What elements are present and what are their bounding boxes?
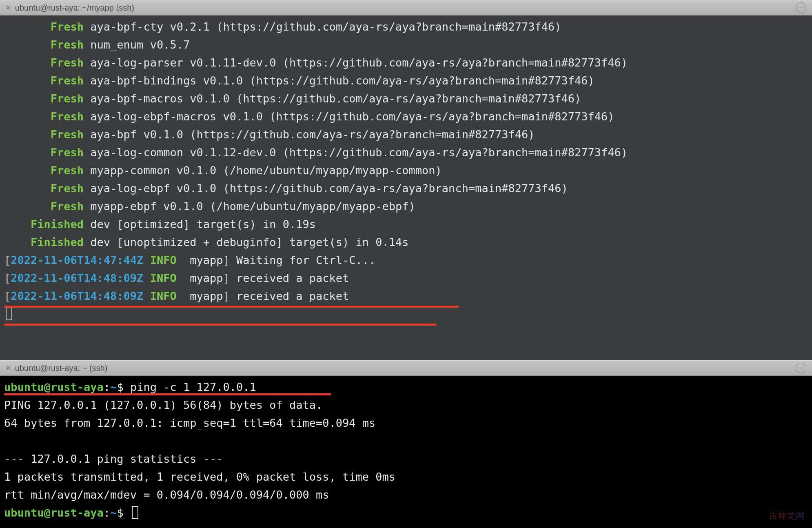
titlebar-top: × ubuntu@rust-aya: ~/myapp (ssh) ⋯ — [0, 0, 812, 16]
prompt-symbol: $ — [117, 381, 130, 393]
cargo-status-text: aya-bpf v0.1.0 (https://github.com/aya-r… — [84, 128, 535, 141]
prompt-symbol: $ — [117, 506, 130, 519]
cargo-status-text: myapp-ebpf v0.1.0 (/home/ubuntu/myapp/my… — [84, 200, 415, 213]
annotation-underline-2 — [4, 324, 437, 326]
cargo-line: Fresh myapp-common v0.1.0 (/home/ubuntu/… — [4, 162, 808, 180]
cargo-status-text: aya-bpf-cty v0.2.1 (https://github.com/a… — [84, 20, 561, 33]
log-module: myapp — [190, 272, 223, 284]
annotation-underline-1 — [4, 306, 459, 308]
cargo-status-keyword: Fresh — [51, 56, 84, 69]
log-message: Waiting for Ctrl-C... — [236, 254, 375, 266]
cargo-status-keyword: Fresh — [51, 74, 84, 87]
log-level: INFO — [150, 272, 177, 284]
prompt-cwd: ~ — [110, 506, 117, 519]
cargo-status-text: dev [unoptimized + debuginfo] target(s) … — [84, 236, 409, 248]
cargo-status-keyword: Fresh — [51, 38, 84, 51]
cursor — [6, 307, 12, 320]
output-line: 1 packets transmitted, 1 received, 0% pa… — [4, 468, 808, 486]
close-icon[interactable]: × — [6, 3, 11, 12]
cargo-status-text: dev [optimized] target(s) in 0.19s — [84, 218, 316, 231]
terminal-pane-bottom: × ubuntu@rust-aya: ~ (ssh) ⋯ ubuntu@rust… — [0, 360, 812, 528]
log-line: [2022-11-06T14:48:09Z INFO myapp] receiv… — [4, 269, 808, 287]
cargo-line: Fresh aya-bpf-cty v0.2.1 (https://github… — [4, 18, 808, 36]
command-text: ping -c 1 127.0.0.1 — [130, 381, 256, 393]
log-line: [2022-11-06T14:48:09Z INFO myapp] receiv… — [4, 287, 808, 305]
cargo-status-text: aya-log-parser v0.1.11-dev.0 (https://gi… — [84, 56, 628, 69]
annotation-underline-3 — [4, 393, 331, 395]
cargo-status-keyword: Fresh — [51, 128, 84, 141]
cargo-line: Fresh aya-log-ebpf v0.1.0 (https://githu… — [4, 180, 808, 197]
prompt-cwd: ~ — [110, 381, 117, 393]
cargo-status-keyword: Finished — [31, 218, 84, 231]
cargo-line: Fresh aya-log-parser v0.1.11-dev.0 (http… — [4, 54, 808, 72]
cargo-status-text: aya-log-common v0.1.12-dev.0 (https://gi… — [84, 146, 628, 159]
cargo-line: Fresh aya-log-ebpf-macros v0.1.0 (https:… — [4, 108, 808, 126]
cargo-line: Fresh num_enum v0.5.7 — [4, 36, 808, 54]
output-line: --- 127.0.0.1 ping statistics --- — [4, 450, 808, 468]
cargo-line: Fresh myapp-ebpf v0.1.0 (/home/ubuntu/my… — [4, 197, 808, 215]
cargo-status-text: aya-log-ebpf v0.1.0 (https://github.com/… — [84, 182, 568, 195]
cursor — [132, 506, 138, 519]
cargo-line: Fresh aya-log-common v0.1.12-dev.0 (http… — [4, 144, 808, 162]
cargo-line: Fresh aya-bpf-macros v0.1.0 (https://git… — [4, 90, 808, 108]
log-module: myapp — [190, 254, 223, 266]
prompt-line: ubuntu@rust-aya:~$ — [4, 504, 808, 522]
cargo-line: Finished dev [optimized] target(s) in 0.… — [4, 215, 808, 233]
cargo-line: Finished dev [unoptimized + debuginfo] t… — [4, 233, 808, 251]
cargo-status-keyword: Fresh — [51, 200, 84, 213]
output-line — [4, 432, 808, 450]
window-title: ubuntu@rust-aya: ~/myapp (ssh) — [15, 3, 792, 13]
cargo-status-text: aya-log-ebpf-macros v0.1.0 (https://gith… — [84, 110, 614, 123]
terminal-pane-top: × ubuntu@rust-aya: ~/myapp (ssh) ⋯ Fresh… — [0, 0, 812, 360]
log-module: myapp — [190, 290, 223, 302]
log-line: [2022-11-06T14:47:44Z INFO myapp] Waitin… — [4, 251, 808, 269]
cargo-status-keyword: Finished — [31, 236, 84, 248]
cargo-status-keyword: Fresh — [51, 92, 84, 105]
cargo-status-keyword: Fresh — [51, 146, 84, 159]
cargo-line: Fresh aya-bpf v0.1.0 (https://github.com… — [4, 126, 808, 144]
cargo-line: Fresh aya-bpf-bindings v0.1.0 (https://g… — [4, 72, 808, 90]
output-line: PING 127.0.0.1 (127.0.0.1) 56(84) bytes … — [4, 396, 808, 414]
output-line: rtt min/avg/max/mdev = 0.094/0.094/0.094… — [4, 486, 808, 504]
log-timestamp: 2022-11-06T14:48:09Z — [11, 272, 143, 284]
output-line: 64 bytes from 127.0.0.1: icmp_seq=1 ttl=… — [4, 414, 808, 432]
log-timestamp: 2022-11-06T14:48:09Z — [11, 290, 143, 302]
terminal-output-bottom[interactable]: ubuntu@rust-aya:~$ ping -c 1 127.0.0.1PI… — [0, 376, 812, 528]
cargo-status-keyword: Fresh — [51, 182, 84, 195]
cargo-status-keyword: Fresh — [51, 20, 84, 33]
cargo-status-keyword: Fresh — [51, 110, 84, 123]
prompt-user: ubuntu@rust-aya — [4, 506, 104, 519]
log-message: received a packet — [236, 290, 349, 302]
log-level: INFO — [150, 290, 177, 302]
log-message: received a packet — [236, 272, 349, 284]
cargo-status-text: myapp-common v0.1.0 (/home/ubuntu/myapp/… — [84, 164, 442, 177]
more-icon[interactable]: ⋯ — [796, 2, 806, 13]
log-level: INFO — [150, 254, 177, 266]
cargo-status-text: num_enum v0.5.7 — [84, 38, 190, 51]
cargo-status-text: aya-bpf-bindings v0.1.0 (https://github.… — [84, 74, 595, 87]
log-timestamp: 2022-11-06T14:47:44Z — [11, 254, 143, 266]
prompt-user: ubuntu@rust-aya — [4, 381, 104, 393]
cargo-status-text: aya-bpf-macros v0.1.0 (https://github.co… — [84, 92, 581, 105]
terminal-output-top[interactable]: Fresh aya-bpf-cty v0.2.1 (https://github… — [0, 16, 812, 360]
cargo-status-keyword: Fresh — [51, 164, 84, 177]
